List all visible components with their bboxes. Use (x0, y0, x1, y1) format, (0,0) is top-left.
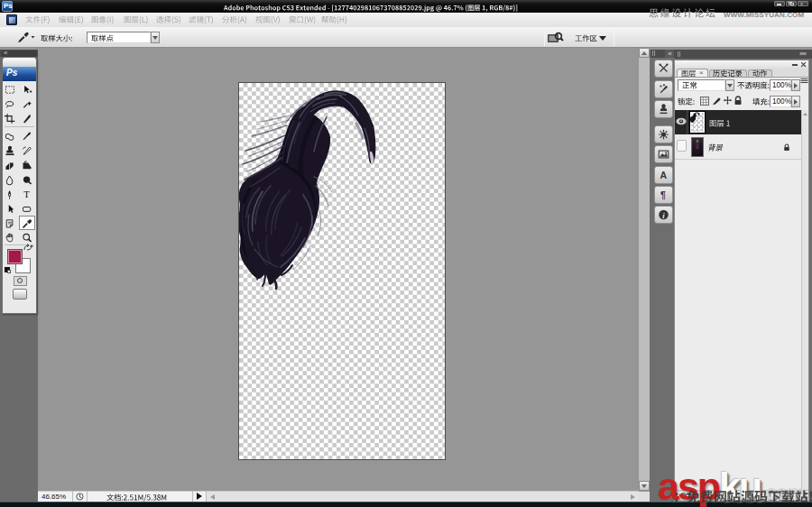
svg-text:A: A (660, 170, 668, 180)
svg-text:¶: ¶ (660, 189, 666, 200)
svg-text:T: T (23, 189, 30, 199)
